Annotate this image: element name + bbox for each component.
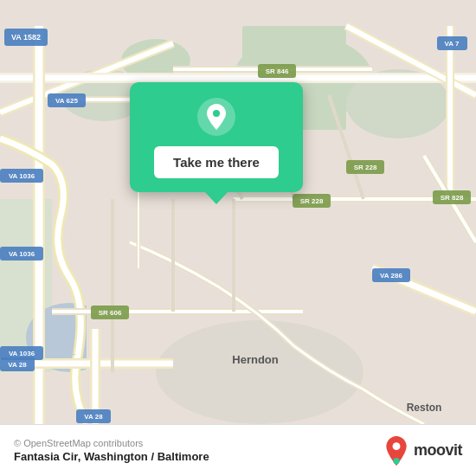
svg-text:Reston: Reston <box>407 402 442 414</box>
svg-text:VA 1036: VA 1036 <box>9 350 35 357</box>
svg-text:SR 228: SR 228 <box>300 197 324 205</box>
svg-text:SR 228: SR 228 <box>354 164 377 171</box>
svg-text:VA 286: VA 286 <box>380 272 402 280</box>
svg-point-74 <box>393 442 401 450</box>
location-pin-icon <box>205 104 228 130</box>
copyright-text: © OpenStreetMap contributors <box>14 438 209 448</box>
moovit-brand-text: moovit <box>414 441 462 460</box>
moovit-pin-icon <box>384 436 408 466</box>
svg-point-73 <box>213 110 220 117</box>
svg-text:VA 28: VA 28 <box>8 361 27 369</box>
map-container: VA 1582 VA 625 VA 1036 VA 1036 SR 846 VA… <box>0 0 476 476</box>
svg-text:SR 828: SR 828 <box>441 194 464 202</box>
map-svg: VA 1582 VA 625 VA 1036 VA 1036 SR 846 VA… <box>0 0 476 476</box>
svg-text:VA 1036: VA 1036 <box>9 172 35 180</box>
popup-card: Take me there <box>130 82 303 192</box>
take-me-there-button[interactable]: Take me there <box>154 146 279 178</box>
svg-text:Herndon: Herndon <box>232 353 279 366</box>
bottom-left: © OpenStreetMap contributors Fantasia Ci… <box>14 438 209 463</box>
svg-text:SR 846: SR 846 <box>266 68 289 75</box>
bottom-bar: © OpenStreetMap contributors Fantasia Ci… <box>0 424 476 476</box>
svg-text:VA 28: VA 28 <box>84 413 103 421</box>
svg-text:VA 1036: VA 1036 <box>9 250 35 258</box>
svg-point-75 <box>393 458 399 464</box>
svg-text:SR 606: SR 606 <box>99 309 122 317</box>
location-icon-wrap <box>197 98 235 136</box>
svg-text:VA 625: VA 625 <box>55 97 78 105</box>
moovit-logo: moovit <box>384 436 462 466</box>
svg-text:VA 1582: VA 1582 <box>11 33 41 42</box>
svg-text:VA 7: VA 7 <box>445 40 460 48</box>
address-text: Fantasia Cir, Washington / Baltimore <box>14 450 209 463</box>
